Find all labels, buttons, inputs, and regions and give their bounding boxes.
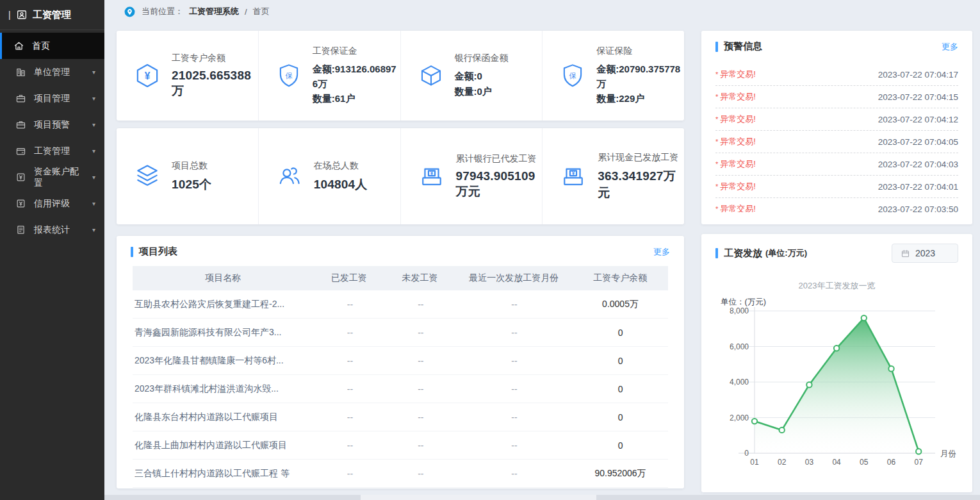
chevron-down-icon: ▾ <box>92 121 95 128</box>
column-header: 最近一次发放工资月份 <box>455 272 573 284</box>
salary-chart-header: 工资发放 (单位:万元) 2023 <box>701 234 972 270</box>
table-cell: -- <box>314 299 385 310</box>
table-cell: -- <box>456 328 573 338</box>
svg-text:04: 04 <box>832 458 841 467</box>
table-cell: -- <box>386 384 456 394</box>
location-pin-icon <box>124 6 136 18</box>
table-cell: -- <box>314 384 385 394</box>
sidebar-item-salary-management[interactable]: 工资管理▾ <box>0 138 104 164</box>
app-title: 工资管理 <box>33 9 71 21</box>
warning-item[interactable]: *异常交易!2023-07-22 07:04:05 <box>715 131 958 153</box>
svg-text:2,000: 2,000 <box>730 413 749 422</box>
sidebar-item-unit-management[interactable]: 单位管理▾ <box>0 59 104 85</box>
table-cell: 0 <box>573 440 668 451</box>
warning-timestamp: 2023-07-22 07:04:17 <box>878 70 958 79</box>
project-name-cell: 2023年群科镇滩北村溢洪道沟水毁... <box>133 383 314 395</box>
year-value: 2023 <box>915 248 935 258</box>
svg-text:保: 保 <box>569 72 577 79</box>
table-cell: -- <box>386 356 456 366</box>
project-list-more-link[interactable]: 更多 <box>653 246 670 258</box>
breadcrumb-current: 首页 <box>253 6 270 17</box>
main-area: 当前位置： 工资管理系统 / 首页 ¥工资专户余额21025.665388万保工… <box>104 0 980 500</box>
breadcrumb-separator: / <box>245 7 247 17</box>
table-cell: -- <box>314 328 385 338</box>
warning-item[interactable]: *异常交易!2023-07-22 07:04:01 <box>715 176 958 198</box>
table-row: 互助县农村公路灾后恢复重建工程-2...------0.0005万 <box>133 290 668 319</box>
svg-text:05: 05 <box>860 458 869 467</box>
stat-card-project-total: 项目总数1025个 <box>117 128 259 224</box>
building-icon <box>15 67 26 78</box>
table-cell: -- <box>456 356 573 366</box>
svg-text:¥: ¥ <box>430 171 433 176</box>
sidebar-item-label: 报表统计 <box>34 224 85 236</box>
project-table-header: 项目名称已发工资未发工资最近一次发放工资月份工资专户余额 <box>133 266 668 290</box>
content: ¥工资专户余额21025.665388万保工资保证金金额:913126.0689… <box>104 23 980 492</box>
svg-text:01: 01 <box>750 458 759 467</box>
hexagon-yen-icon: ¥ <box>133 62 161 90</box>
sidebar-item-home[interactable]: 首页 <box>0 33 104 59</box>
asterisk-icon: * <box>715 160 718 168</box>
warning-text: *异常交易! <box>715 91 756 103</box>
table-cell: 90.952006万 <box>573 468 668 479</box>
column-header: 工资专户余额 <box>573 272 668 284</box>
warning-text: *异常交易! <box>715 69 756 80</box>
svg-text:¥: ¥ <box>145 71 151 81</box>
sidebar-item-credit-rating[interactable]: 信用评级▾ <box>0 190 104 217</box>
breadcrumb-root[interactable]: 工资管理系统 <box>189 6 239 17</box>
svg-text:月份: 月份 <box>940 449 956 458</box>
table-cell: -- <box>456 299 573 310</box>
sidebar-item-project-management[interactable]: 项目管理▾ <box>0 85 104 112</box>
stat-card-cash-paid-salary: ¥累计现金已发放工资363.341927万元 <box>543 128 684 224</box>
stat-card-onsite-headcount: 在场总人数104804人 <box>259 128 401 224</box>
asterisk-icon: * <box>715 205 718 212</box>
people-group-icon <box>275 162 304 190</box>
yen-box-icon <box>15 198 26 209</box>
chevron-down-icon: ▾ <box>92 69 95 76</box>
table-cell: 0.0005万 <box>573 299 668 310</box>
sidebar-item-fund-account-config[interactable]: 资金账户配置▾ <box>0 164 104 190</box>
stat-card-salary-deposit: 保工资保证金金额:913126.068976万数量:61户 <box>259 31 401 121</box>
cash-yen-icon: ¥ <box>418 162 446 190</box>
project-list-panel: 项目列表 更多 项目名称已发工资未发工资最近一次发放工资月份工资专户余额 互助县… <box>117 236 684 488</box>
sidebar-item-project-warning[interactable]: 项目预警▾ <box>0 112 104 138</box>
chart-title: 2023年工资发放一览 <box>701 280 972 292</box>
sidebar-item-label: 资金账户配置 <box>34 166 85 189</box>
sidebar-item-label: 信用评级 <box>34 198 85 210</box>
app-logo: | 工资管理 <box>0 0 104 30</box>
year-picker[interactable]: 2023 <box>892 244 958 263</box>
asterisk-icon: * <box>715 183 718 190</box>
sidebar-item-report-statistics[interactable]: 报表统计▾ <box>0 217 104 243</box>
table-cell: -- <box>456 469 573 479</box>
asterisk-icon: * <box>715 138 718 146</box>
table-cell: -- <box>456 440 573 451</box>
table-cell: 0 <box>573 356 668 366</box>
warning-item[interactable]: *异常交易!2023-07-22 07:04:12 <box>715 108 958 131</box>
table-row: 化隆县东台村村内道路以工代赈项目------0 <box>133 403 668 431</box>
table-row: 2023年群科镇滩北村溢洪道沟水毁...------0 <box>133 375 668 403</box>
shield-bao-icon: 保 <box>275 62 302 89</box>
project-name-cell: 互助县农村公路灾后恢复重建工程-2... <box>133 299 314 310</box>
warning-item[interactable]: *异常交易!2023-07-22 07:04:15 <box>715 86 958 108</box>
svg-text:06: 06 <box>887 458 896 467</box>
warning-text: *异常交易! <box>715 203 756 212</box>
column-header: 项目名称 <box>133 272 313 284</box>
cash-yen-icon: ¥ <box>559 162 587 190</box>
table-cell: -- <box>456 412 573 422</box>
chevron-down-icon: ▾ <box>92 174 95 181</box>
warning-item[interactable]: *异常交易!2023-07-22 07:04:03 <box>715 153 958 176</box>
warning-text: *异常交易! <box>715 136 756 147</box>
table-row: 青海鑫园新能源科技有限公司年产3...------0 <box>133 319 668 347</box>
wallet-icon <box>15 146 26 156</box>
warnings-more-link[interactable]: 更多 <box>942 41 958 53</box>
breadcrumb: 当前位置： 工资管理系统 / 首页 <box>104 0 980 23</box>
warning-item[interactable]: *异常交易!2023-07-22 07:04:17 <box>715 63 958 86</box>
table-row: 化隆县上曲加村村内道路以工代赈项目------0 <box>133 431 668 460</box>
project-list-header: 项目列表 更多 <box>117 236 684 265</box>
stat-value: 1025个 <box>172 176 211 193</box>
stat-line: 数量:61户 <box>313 91 400 106</box>
stat-line: 数量:229户 <box>596 91 684 106</box>
stat-line: 数量:0户 <box>455 84 509 99</box>
warning-item[interactable]: *异常交易!2023-07-22 07:03:50 <box>715 198 958 212</box>
asterisk-icon: * <box>715 93 718 101</box>
cube-icon <box>418 62 445 89</box>
